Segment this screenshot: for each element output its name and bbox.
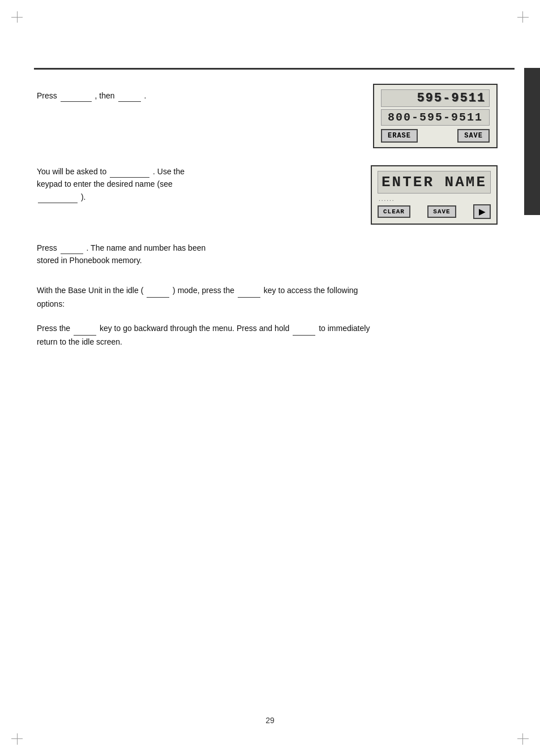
lcd-erase-button[interactable]: ERASE bbox=[381, 129, 418, 143]
lcd-clear-button[interactable]: CLEAR bbox=[378, 205, 410, 218]
lcd-dots: ...... bbox=[378, 196, 491, 202]
backward-label: key to go backward through the menu. Pre… bbox=[100, 324, 289, 333]
tick-mark bbox=[522, 11, 523, 23]
press-the-label: Press the bbox=[37, 324, 70, 333]
lcd-save-button[interactable]: SAVE bbox=[457, 129, 490, 143]
then-label: , then bbox=[95, 91, 115, 100]
section1-text-block: Press , then . bbox=[37, 84, 362, 102]
keypad-text: keypad to enter the desired name (see bbox=[37, 178, 359, 190]
section-enter-name: You will be asked to . Use the keypad to… bbox=[37, 165, 498, 225]
period-label: . bbox=[144, 91, 146, 100]
mode-label: ) mode, press the bbox=[173, 286, 234, 295]
see-placeholder bbox=[38, 194, 78, 203]
enter-name-text: You will be asked to . Use the bbox=[37, 165, 359, 178]
access-label: key to access the following bbox=[264, 286, 358, 295]
nav-key-placeholder bbox=[74, 327, 96, 336]
lcd-display-2: ENTER NAME ...... CLEAR SAVE ▶ bbox=[371, 165, 498, 225]
save-text: Press . The name and number has been bbox=[37, 242, 498, 254]
button-placeholder-2 bbox=[118, 93, 141, 102]
press-label2: Press bbox=[37, 243, 57, 252]
save-rest-text: . The name and number has been bbox=[87, 243, 206, 252]
top-horizontal-rule bbox=[34, 68, 515, 70]
hold-key-placeholder bbox=[293, 327, 315, 336]
menu-key-placeholder bbox=[238, 289, 260, 298]
idle-icon-placeholder bbox=[147, 289, 169, 298]
page: Press , then . 595-9511 800-595-9511 ERA… bbox=[0, 0, 540, 756]
lcd-line1-number: 595-9511 bbox=[381, 89, 490, 107]
page-number: 29 bbox=[265, 716, 275, 725]
lcd-display-1: 595-9511 800-595-9511 ERASE SAVE bbox=[373, 84, 498, 148]
use-the-label: . Use the bbox=[153, 167, 185, 176]
tick-mark bbox=[17, 733, 18, 745]
save-button-placeholder bbox=[61, 245, 83, 254]
stored-text: stored in Phonebook memory. bbox=[37, 254, 498, 267]
tick-mark bbox=[522, 733, 523, 745]
section-press-then: Press , then . 595-9511 800-595-9511 ERA… bbox=[37, 84, 498, 148]
enter-name-placeholder bbox=[110, 169, 149, 178]
asked-to-label: You will be asked to bbox=[37, 167, 106, 176]
lcd-enter-name-display: ENTER NAME bbox=[378, 171, 491, 194]
lcd-line2-number: 800-595-9511 bbox=[381, 109, 490, 126]
keypad-label: keypad to enter the desired name (see bbox=[37, 179, 173, 188]
see-text: ). bbox=[37, 191, 359, 203]
main-content: Press , then . 595-9511 800-595-9511 ERA… bbox=[37, 74, 498, 349]
nav-back-section: Press the key to go backward through the… bbox=[37, 322, 498, 349]
base-unit-label: With the Base Unit in the idle ( bbox=[37, 286, 143, 295]
button-placeholder-1 bbox=[61, 92, 92, 102]
press-label: Press bbox=[37, 91, 57, 100]
section2-text-block: You will be asked to . Use the keypad to… bbox=[37, 165, 359, 203]
lcd-buttons2-row: CLEAR SAVE ▶ bbox=[378, 204, 491, 219]
section-save: Press . The name and number has been sto… bbox=[37, 242, 498, 267]
sidebar-accent-bar bbox=[524, 68, 540, 215]
tick-mark bbox=[17, 11, 18, 23]
paren-label: ). bbox=[81, 192, 86, 201]
nav-back-text: Press the key to go backward through the… bbox=[37, 322, 498, 336]
menu-text: With the Base Unit in the idle ( ) mode,… bbox=[37, 284, 498, 298]
options-label: options: bbox=[37, 298, 498, 311]
immediately-label: to immediately bbox=[319, 324, 370, 333]
lcd-buttons-row: ERASE SAVE bbox=[381, 129, 490, 143]
menu-section: With the Base Unit in the idle ( ) mode,… bbox=[37, 284, 498, 311]
press-then-text: Press , then . bbox=[37, 89, 362, 102]
lcd-arrow-button[interactable]: ▶ bbox=[473, 204, 491, 219]
idle-return-text: return to the idle screen. bbox=[37, 336, 498, 349]
tick-mark bbox=[517, 17, 529, 18]
tick-mark bbox=[517, 738, 529, 739]
lcd-save-button2[interactable]: SAVE bbox=[427, 205, 456, 218]
